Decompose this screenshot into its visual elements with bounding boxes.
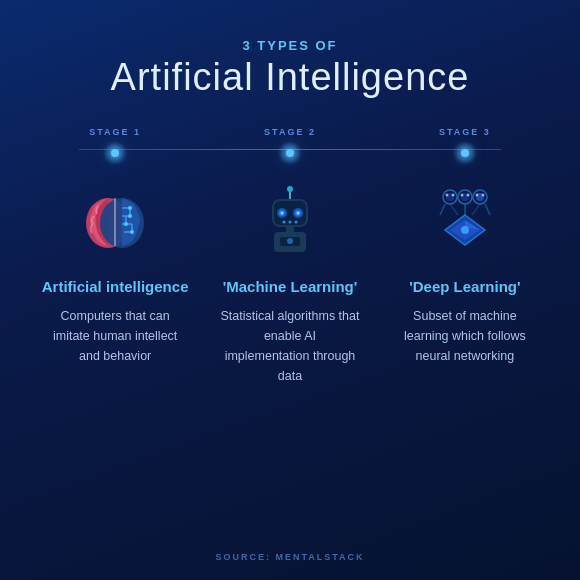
svg-point-25 xyxy=(288,221,291,224)
title-section: 3 Types of Artificial Intelligence xyxy=(111,38,470,99)
svg-point-20 xyxy=(280,212,283,215)
svg-point-38 xyxy=(445,194,448,197)
deep-icon-wrapper xyxy=(425,183,505,263)
stage-1-dot-wrapper xyxy=(107,145,123,161)
stage-3-label: Stage 3 xyxy=(439,127,491,137)
deep-learning-icon xyxy=(430,185,500,260)
svg-line-49 xyxy=(450,204,458,215)
svg-point-30 xyxy=(287,238,293,244)
brain-icon-wrapper xyxy=(75,183,155,263)
stage-1-desc: Computers that can imitate human intelle… xyxy=(45,306,185,366)
stage-2-title: 'Machine Learning' xyxy=(223,277,358,297)
svg-point-31 xyxy=(272,252,308,258)
stage-1-label: Stage 1 xyxy=(89,127,141,137)
stage-1-column: Stage 1 xyxy=(29,127,201,367)
svg-point-43 xyxy=(481,194,484,197)
svg-point-15 xyxy=(287,186,293,192)
svg-point-54 xyxy=(461,226,469,234)
svg-point-39 xyxy=(451,194,454,197)
svg-point-40 xyxy=(460,194,463,197)
svg-point-26 xyxy=(294,221,297,224)
svg-point-42 xyxy=(475,194,478,197)
svg-point-23 xyxy=(296,212,299,215)
source-label: Source: MentalStack xyxy=(215,552,364,562)
stage-3-title: 'Deep Learning' xyxy=(409,277,520,297)
stage-2-label: Stage 2 xyxy=(264,127,316,137)
timeline-section: Stage 1 xyxy=(29,127,551,387)
svg-line-46 xyxy=(440,204,445,215)
stage-2-column: Stage 2 xyxy=(204,127,376,387)
svg-point-9 xyxy=(128,206,132,210)
stage-1-dot xyxy=(111,149,119,157)
stage-3-column: Stage 3 xyxy=(379,127,551,367)
stage-1-title: Artificial intelligence xyxy=(42,277,189,297)
svg-point-11 xyxy=(124,222,128,226)
subtitle: 3 Types of xyxy=(111,38,470,53)
stage-3-desc: Subset of machine learning which follows… xyxy=(395,306,535,366)
svg-line-50 xyxy=(472,204,480,215)
svg-point-24 xyxy=(282,221,285,224)
svg-line-47 xyxy=(485,204,490,215)
stage-2-desc: Statistical algorithms that enable AI im… xyxy=(220,306,360,386)
robot-icon xyxy=(258,185,323,260)
brain-icon xyxy=(80,188,150,258)
main-title: Artificial Intelligence xyxy=(111,57,470,99)
robot-icon-wrapper xyxy=(250,183,330,263)
svg-rect-27 xyxy=(286,227,294,232)
stage-3-dot xyxy=(461,149,469,157)
svg-point-12 xyxy=(130,230,134,234)
svg-point-41 xyxy=(466,194,469,197)
stage-2-dot xyxy=(286,149,294,157)
stage-2-dot-wrapper xyxy=(282,145,298,161)
stage-3-dot-wrapper xyxy=(457,145,473,161)
svg-point-10 xyxy=(128,214,132,218)
